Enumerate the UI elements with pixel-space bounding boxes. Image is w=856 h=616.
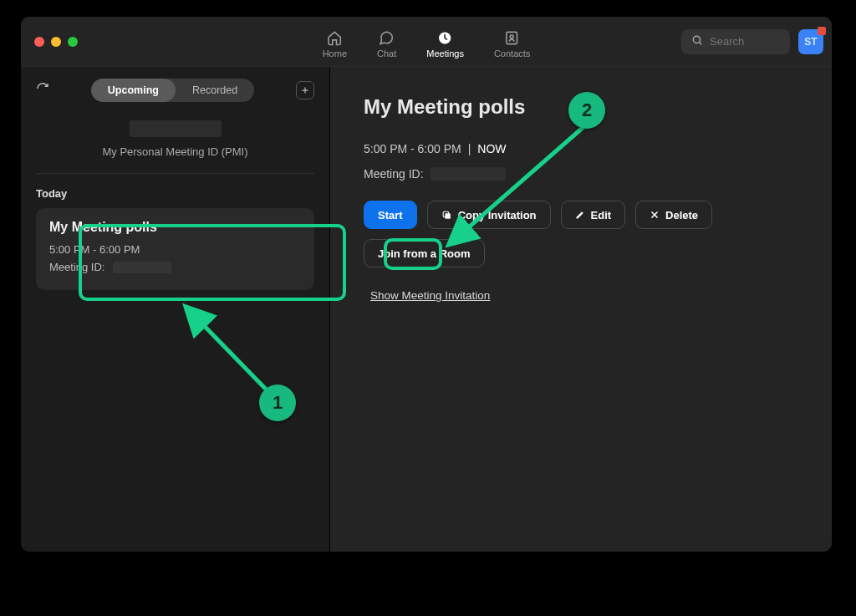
tab-upcoming[interactable]: Upcoming [91, 79, 176, 102]
meeting-item-id-row: Meeting ID: [49, 259, 301, 277]
copy-icon [441, 210, 452, 221]
search-icon [691, 34, 703, 49]
copy-invitation-label: Copy Invitation [458, 209, 537, 221]
show-invitation-link[interactable]: Show Meeting Invitation [370, 289, 490, 302]
svg-point-2 [511, 35, 514, 38]
meeting-detail-panel: My Meeting polls 5:00 PM - 6:00 PM | NOW… [330, 67, 832, 552]
search-input[interactable] [710, 35, 777, 48]
nav-meetings[interactable]: Meetings [426, 25, 464, 59]
edit-button[interactable]: Edit [561, 201, 626, 229]
svg-point-3 [693, 36, 700, 43]
meeting-item-title: My Meeting polls [49, 220, 301, 235]
nav-contacts[interactable]: Contacts [494, 25, 530, 59]
app-body: Upcoming Recorded My Personal Meeting ID… [21, 67, 832, 552]
contacts-icon [504, 30, 521, 47]
home-icon [326, 30, 343, 47]
meeting-list-item[interactable]: My Meeting polls 5:00 PM - 6:00 PM Meeti… [36, 208, 314, 290]
today-heading: Today [21, 174, 329, 208]
meeting-item-time: 5:00 PM - 6:00 PM [49, 242, 301, 259]
pencil-icon [575, 210, 585, 220]
nav-contacts-label: Contacts [494, 48, 530, 59]
detail-time: 5:00 PM - 6:00 PM [364, 142, 461, 155]
delete-button[interactable]: Delete [635, 201, 712, 229]
app-window: Home Chat Meetings Contacts [21, 17, 832, 552]
detail-time-row: 5:00 PM - 6:00 PM | NOW [364, 142, 798, 155]
meeting-item-id-label: Meeting ID: [49, 261, 104, 273]
pmi-value-redacted [130, 120, 222, 137]
detail-id-row: Meeting ID: [364, 167, 798, 181]
svg-rect-4 [445, 213, 451, 219]
nav-home-label: Home [323, 48, 347, 59]
meetings-segmented-control: Upcoming Recorded [91, 79, 254, 102]
nav-home[interactable]: Home [323, 25, 347, 59]
nav-chat-label: Chat [377, 48, 396, 59]
detail-title: My Meeting polls [364, 95, 798, 119]
chat-icon [379, 30, 395, 47]
copy-invitation-button[interactable]: Copy Invitation [427, 201, 551, 229]
start-button[interactable]: Start [364, 201, 417, 229]
detail-now-badge: NOW [477, 142, 506, 155]
pmi-block[interactable]: My Personal Meeting ID (PMI) [21, 114, 329, 173]
sidebar: Upcoming Recorded My Personal Meeting ID… [21, 67, 330, 552]
close-window-button[interactable] [34, 37, 44, 47]
profile-avatar[interactable]: ST [798, 29, 823, 54]
nav-meetings-label: Meetings [426, 48, 464, 59]
join-from-room-button[interactable]: Join from a Room [364, 239, 485, 267]
add-meeting-button[interactable] [296, 81, 314, 99]
avatar-initials: ST [804, 36, 817, 48]
detail-id-redacted [431, 167, 506, 181]
titlebar-right: ST [681, 29, 823, 54]
nav-chat[interactable]: Chat [377, 25, 396, 59]
x-icon [650, 210, 660, 220]
maximize-window-button[interactable] [68, 37, 78, 47]
titlebar: Home Chat Meetings Contacts [21, 17, 832, 67]
search-box[interactable] [681, 29, 790, 54]
detail-separator: | [468, 142, 471, 155]
top-nav: Home Chat Meetings Contacts [323, 25, 531, 59]
sidebar-toolbar: Upcoming Recorded [21, 67, 329, 114]
window-controls [34, 37, 78, 47]
delete-label: Delete [665, 209, 698, 221]
meeting-item-id-redacted [113, 262, 171, 273]
detail-button-row-2: Join from a Room [364, 239, 798, 267]
pmi-label: My Personal Meeting ID (PMI) [21, 145, 329, 158]
tab-recorded[interactable]: Recorded [176, 79, 254, 102]
minimize-window-button[interactable] [51, 37, 61, 47]
refresh-button[interactable] [36, 82, 49, 99]
clock-icon [437, 30, 454, 47]
detail-id-label: Meeting ID: [364, 167, 424, 181]
detail-button-row: Start Copy Invitation Edit [364, 201, 798, 229]
edit-label: Edit [591, 209, 612, 221]
